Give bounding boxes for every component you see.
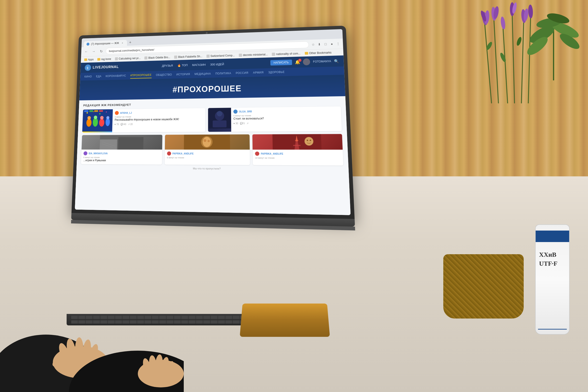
wood-stand (240, 304, 330, 337)
lj-cat-obshevo[interactable]: ОБЩЕСТВО (156, 72, 172, 78)
svg-line-2 (503, 28, 508, 103)
svg-rect-50 (213, 120, 226, 127)
download-icon[interactable]: ⬇ (317, 42, 322, 46)
tumbler-bottom-accent (538, 329, 567, 330)
lj-nav-friends[interactable]: ДРУЗЬЯ (162, 64, 173, 67)
page-icon (144, 56, 148, 59)
lj-card-1-comments: 💬 40 (120, 123, 126, 126)
lj-cat-kino[interactable]: КИНО (84, 74, 92, 80)
lj-cat-russia[interactable]: РОССИЯ (236, 70, 248, 76)
bookmark-nationality[interactable]: nationality of com... (270, 51, 302, 56)
lj-cat-corona[interactable]: КОРОНАВИРУС (106, 73, 126, 79)
lj-card-2[interactable]: OLGA_SRB 6 минут на чтение Стоит ли волн… (208, 106, 342, 132)
page-icon (174, 55, 177, 58)
cast-icon[interactable]: □ (323, 42, 328, 46)
lj-small-card-1-image (82, 135, 162, 150)
lj-cat-politics[interactable]: ПОЛИТИКА (216, 70, 231, 76)
lj-small-card-2[interactable]: PAPRIKA_ANDLIFE 6 минут на чтение (164, 134, 250, 165)
address-icons: ☆ ⬇ □ ● ⋮ (311, 41, 341, 47)
lj-cat-prohoroshee[interactable]: #ПРОХОРОШЕЕ (130, 72, 152, 79)
lj-logo[interactable]: lj LIVEJOURNAL (85, 64, 119, 71)
lj-card-1[interactable]: AFISHA_LJ 6 минут на чтение Рассказывайт… (82, 108, 205, 132)
bookmark-decreto[interactable]: decreto ministerial... (238, 52, 269, 57)
lj-username[interactable]: FOTOMANYA (313, 60, 331, 64)
lj-cat-health[interactable]: ЗДОРОВЬЕ (268, 69, 285, 75)
svg-rect-44 (89, 110, 93, 112)
lj-notification-bell[interactable]: 🔔 7 (295, 60, 300, 64)
url-text: livejournal.com/media/pro_horoshee/ (109, 48, 154, 52)
forward-button[interactable]: → (91, 48, 97, 54)
lj-card-2-author-row: OLGA_SRB (233, 108, 338, 114)
tumbler: XXиB UTF·F (535, 224, 570, 334)
tab-close-button[interactable]: × (120, 41, 124, 44)
green-plant-svg (519, 0, 588, 80)
lj-small-card-1-title: ...нгрии и Румынии (83, 158, 160, 162)
lj-cat-medicine[interactable]: МЕДИЦИНА (194, 71, 211, 77)
card2-illustration (208, 108, 231, 128)
laptop-screen[interactable]: (7) #прохорошее — ЖЖ × + ← → ↻ livejourn… (75, 29, 350, 215)
new-tab-button[interactable]: + (127, 39, 134, 46)
lj-card-1-author-name: AFISHA_LJ (120, 112, 132, 114)
bookmark-decreto-label: decreto ministerial... (243, 53, 268, 57)
lj-cat-eda[interactable]: ЕДА (96, 74, 102, 79)
bookmark-odette[interactable]: Black Odette Bro... (143, 55, 172, 60)
lj-nav-ideas[interactable]: 300 ИДЕЙ (210, 62, 224, 66)
page-icon (115, 57, 118, 60)
lj-card-2-content: OLGA_SRB 6 минут на чтение Стоит ли волн… (231, 106, 342, 132)
small-card3-img (252, 134, 343, 150)
menu-icon[interactable]: ⋮ (336, 41, 341, 46)
bookmark-switzerland-label: Switzerland Comp... (210, 54, 235, 58)
svg-line-3 (512, 14, 514, 103)
svg-rect-43 (84, 110, 88, 112)
lj-cat-history[interactable]: ИСТОРИЯ (176, 72, 190, 78)
green-plant (519, 0, 588, 80)
lj-small-card-1[interactable]: IDA_MIKNAYLOVA 6 минут на чтение ...нгри… (81, 135, 162, 165)
bookmark-falabella[interactable]: Black Falabella Sh... (173, 54, 204, 59)
svg-rect-52 (100, 140, 117, 150)
lj-card-2-image (208, 108, 231, 132)
lj-small-card-3-date: 10 минут на чтение (255, 156, 341, 159)
lj-search-icon[interactable]: 🔍 (334, 59, 339, 64)
lj-card-1-title: Рассказывайте #прохорошее в новом хешмоб… (114, 117, 203, 122)
back-button[interactable]: ← (83, 49, 89, 55)
lj-small-card-3-avatar (255, 152, 260, 156)
bookmark-star-icon[interactable]: ☆ (311, 42, 316, 47)
lj-cat-army[interactable]: АРМИЯ (253, 70, 264, 76)
lj-card-2-comments: 💬 5 (240, 122, 245, 124)
lj-nav-shop[interactable]: МАГАЗИН (192, 63, 206, 66)
bookmark-calc[interactable]: Calculating net pr... (114, 56, 142, 61)
bookmark-switzerland[interactable]: Switzerland Comp... (205, 53, 236, 58)
lj-user-avatar[interactable] (303, 58, 310, 65)
card1-illustration (82, 109, 113, 132)
lj-small-card-2-date: 6 минут на чтение (167, 156, 248, 159)
laptop-camera (206, 32, 208, 34)
lj-small-card-2-image (165, 134, 250, 150)
lj-card-2-shares: ↗ (247, 122, 248, 124)
bookmark-ragbone-label: rag bone (101, 58, 111, 61)
bookmark-apps[interactable]: Apps (83, 58, 95, 62)
bookmark-other[interactable]: Other Bookmarks (303, 50, 333, 55)
lj-small-card-2-author: PAPRIKA_ANDLIFE (167, 151, 248, 156)
lj-content-area: РЕДАКЦИЯ ЖЖ РЕКОМЕНДУЕТ (75, 96, 350, 215)
lj-write-button[interactable]: НАПИСАТЬ (270, 60, 292, 66)
lj-small-card-1-name: IDA_MIKNAYLOVA (89, 152, 108, 154)
refresh-button[interactable]: ↻ (98, 48, 104, 54)
lj-nav-top[interactable]: 🔥 ТОП (177, 64, 188, 67)
browser-window: (7) #прохорошее — ЖЖ × + ← → ↻ livejourn… (75, 29, 350, 215)
bookmark-ragbone[interactable]: rag bone (96, 57, 112, 61)
svg-text:lj: lj (87, 66, 88, 69)
lj-small-card-3-author: PAPRIKA_ANDLIFE (255, 152, 341, 156)
svg-point-59 (204, 139, 206, 142)
bookmark-calc-label: Calculating net pr... (119, 56, 141, 60)
tumbler-blue-band (536, 230, 569, 242)
profile-icon[interactable]: ● (329, 42, 334, 46)
hands-svg (0, 266, 184, 392)
folder-icon (98, 58, 100, 60)
folder-icon (84, 58, 87, 61)
lj-small-card-2-name: PAPRIKA_ANDLIFE (172, 152, 194, 155)
svg-rect-45 (94, 110, 98, 112)
page-icon (272, 52, 276, 56)
svg-point-58 (202, 137, 211, 147)
svg-rect-46 (99, 110, 103, 112)
lj-small-card-3[interactable]: PAPRIKA_ANDLIFE 10 минут на чтение (252, 134, 344, 165)
